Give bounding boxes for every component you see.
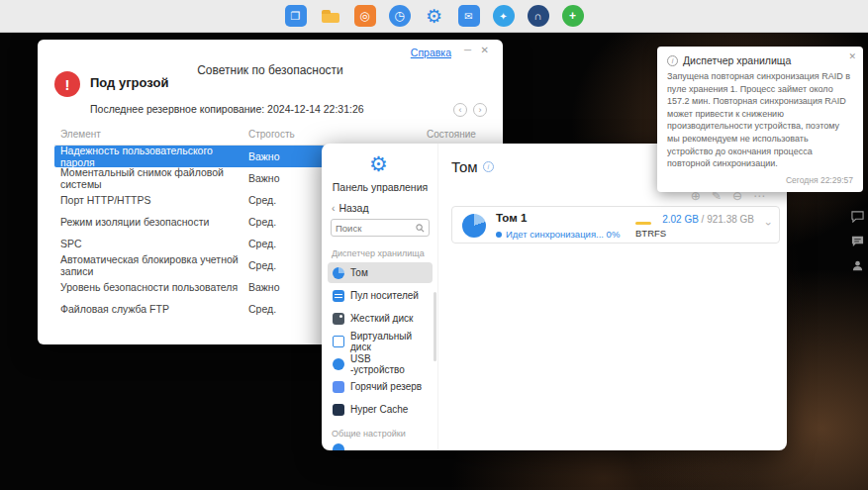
last-backup-text: Последнее резервное копирование: 2024-12… (90, 103, 364, 115)
sidebar-item-hard-disk[interactable]: Жесткий диск (328, 308, 433, 329)
feedback-bubble-icon[interactable] (851, 210, 864, 223)
filesystem-label: BTRFS (635, 228, 666, 239)
page-title: Том (451, 158, 478, 175)
hdd-icon (333, 313, 344, 325)
notification-body: Запущена повторная синхронизация RAID в … (667, 70, 853, 170)
control-panel-gear-icon: ⚙ (369, 152, 388, 176)
storage-pool-icon (333, 290, 344, 302)
sidebar-item-label: Hyper Cache (350, 404, 408, 415)
sidebar-item-storage-pool[interactable]: Пул носителей (328, 285, 433, 306)
back-button[interactable]: ‹Назад (332, 202, 369, 214)
control-panel-title: Панель управления (322, 181, 438, 193)
capacity-separator: / (699, 214, 707, 225)
section-general-settings: Общие настройки (332, 429, 406, 439)
search-box (331, 219, 430, 237)
row-element: Автоматическая блокировка учетной записи (60, 253, 248, 277)
volume-capacity: 2.02 GB / 921.38 GB (662, 214, 754, 225)
section-storage-manager: Диспетчер хранилища (332, 248, 425, 258)
row-element: Моментальный снимок файловой системы (60, 166, 248, 190)
sidebar-item-label: USB -устройство (350, 353, 428, 375)
fs-indicator-bar (635, 222, 651, 225)
file-manager-icon[interactable] (320, 5, 341, 27)
alert-icon: ! (54, 71, 80, 97)
security-app-icon[interactable]: + (562, 5, 584, 27)
sidebar-scrollbar[interactable] (434, 292, 436, 361)
sidebar-item-hyper-cache[interactable]: Hyper Cache (328, 399, 433, 420)
header-severity: Строгость (248, 129, 427, 140)
remote-access-icon[interactable]: ✦ (493, 5, 515, 27)
notification-title: Диспетчер хранилища (683, 54, 791, 66)
info-icon[interactable]: i (483, 161, 494, 172)
status-dot-icon (496, 232, 502, 238)
notification-timestamp: Сегодня 22:29:57 (667, 175, 853, 185)
chat-lines-icon[interactable] (851, 235, 864, 247)
carousel-prev-icon[interactable]: ‹ (453, 103, 467, 117)
row-element: Уровень безопасности пользователя (60, 281, 248, 293)
volume-usage-pie-icon (462, 214, 486, 238)
desktop-edge-toolbar (851, 210, 864, 272)
notification-header: i Диспетчер хранилища (667, 54, 853, 66)
close-icon[interactable]: ✕ (848, 51, 856, 61)
back-label: Назад (339, 202, 369, 214)
backup-clock-icon[interactable]: ◷ (389, 5, 411, 27)
row-element: Файловая служба FTP (60, 303, 248, 315)
sidebar-item-volume[interactable]: Том (328, 262, 433, 283)
header-state: Состояние (427, 129, 480, 140)
volume-card[interactable]: Том 1 Идет синхронизация... 0% 2.02 GB /… (451, 206, 780, 244)
capacity-used: 2.02 GB (662, 214, 699, 225)
carousel-next-icon[interactable]: › (473, 103, 487, 117)
row-element: Режим изоляции безопасности (60, 216, 248, 228)
sidebar-item-label: Жесткий диск (350, 313, 413, 324)
contacts-icon[interactable] (851, 259, 864, 272)
help-link[interactable]: Справка (411, 47, 451, 58)
sidebar-item-usb-device[interactable]: USB -устройство (328, 353, 433, 374)
search-input[interactable] (332, 223, 416, 234)
row-element: Порт HTTP/HTTPS (60, 194, 248, 206)
row-element: Надежность пользовательского пароля (60, 145, 248, 168)
capacity-total: 921.38 GB (707, 214, 754, 225)
desktop-switcher-icon[interactable]: ❐ (285, 5, 307, 27)
sidebar-item-label: Пул носителей (350, 290, 419, 301)
control-panel-icon[interactable]: ⚙ (424, 5, 445, 27)
sync-status-text: Идет синхронизация... 0% (506, 229, 620, 240)
header-element: Элемент (60, 129, 248, 140)
app-center-icon[interactable]: ◎ (354, 5, 376, 27)
hyper-cache-icon (333, 404, 344, 416)
sidebar-item-label: Том (350, 267, 368, 278)
virtual-disk-icon (333, 336, 344, 347)
chevron-down-icon[interactable]: › (763, 222, 775, 226)
control-panel-sidebar: ⚙ Панель управления ‹Назад Диспетчер хра… (322, 144, 438, 450)
taskbar: ❐ ◎ ◷ ⚙ ✉ ✦ ∩ + (0, 0, 868, 33)
sidebar-item-label: Виртуальный диск (350, 331, 428, 352)
usb-icon (333, 358, 344, 370)
mail-icon[interactable]: ✉ (458, 5, 480, 27)
chevron-left-icon: ‹ (332, 202, 336, 214)
notification-toast[interactable]: ✕ i Диспетчер хранилища Запущена повторн… (657, 47, 863, 192)
sidebar-item-virtual-disk[interactable]: Виртуальный диск (328, 331, 433, 351)
search-icon (416, 224, 425, 233)
sidebar-item-hot-spare[interactable]: Горячий резерв (328, 376, 433, 397)
hot-spare-icon (333, 381, 344, 393)
sidebar-item-clipped-icon[interactable] (333, 443, 344, 450)
volume-sync-status: Идет синхронизация... 0% (496, 229, 620, 240)
sidebar-item-label: Горячий резерв (350, 381, 422, 392)
row-element: SPC (60, 238, 248, 249)
page-title-wrap: Том i (451, 158, 494, 175)
close-icon[interactable]: ✕ (481, 45, 489, 55)
minimize-icon[interactable]: ─ (464, 45, 471, 55)
info-icon: i (667, 55, 678, 66)
status-carousel-nav: ‹ › (453, 103, 487, 117)
volume-pie-icon (333, 267, 344, 279)
support-headset-icon[interactable]: ∩ (528, 5, 549, 27)
volume-name: Том 1 (496, 212, 527, 224)
security-status-title: Под угрозой (90, 75, 168, 90)
